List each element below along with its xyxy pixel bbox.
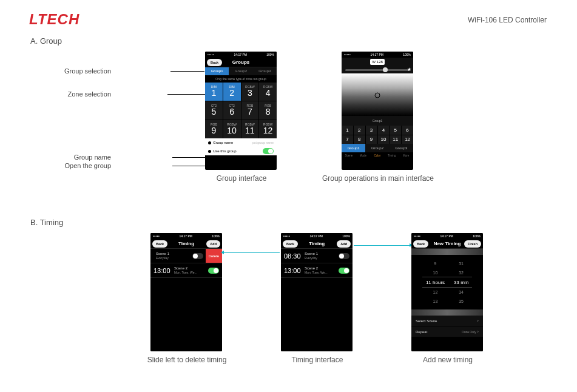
phone-new-timing: •••••14:17 PM100% Back New Timing Finish…	[411, 233, 483, 351]
nav-timing[interactable]: Timing	[385, 152, 399, 160]
star-icon: ★	[407, 67, 411, 72]
zone-cell-9[interactable]: RGB9	[205, 120, 223, 138]
section-a: Group selection Zone selection Group nam…	[29, 52, 548, 209]
zone-cell-4[interactable]: RGBW4	[259, 83, 277, 101]
finish-button[interactable]: Finish	[464, 240, 481, 248]
gt-group3[interactable]: Group3	[390, 144, 413, 152]
delete-button[interactable]: Delete	[206, 249, 222, 263]
mini-cell[interactable]: 8	[354, 135, 365, 144]
group-strip: Group1	[342, 116, 413, 126]
w-value: W128	[370, 59, 385, 65]
signal-icon: •••••	[208, 53, 214, 56]
brightness-slider[interactable]: ★	[342, 66, 413, 73]
gt-group1[interactable]: Group1	[342, 144, 365, 152]
zone-cell-8[interactable]: RGB8	[259, 101, 277, 120]
status-bar: ••••• 14:17 PM 100%	[342, 52, 413, 58]
white-value-bar: W128	[342, 58, 413, 66]
color-picker-ring[interactable]	[375, 93, 380, 98]
add-button[interactable]: Add	[337, 240, 351, 248]
select-scene-row[interactable]: Select Scene›	[411, 316, 483, 326]
zone-grid: DIM1 DIM2 RGBW3 RGBW4 CT25 CT26 RGB7 RGB…	[205, 83, 277, 138]
group-tab-bar: Group1 Group2 Group3	[342, 144, 413, 152]
timing-switch[interactable]	[192, 253, 203, 259]
zone-cell-1[interactable]: DIM1	[205, 83, 223, 101]
chevron-right-icon: ›	[477, 329, 479, 334]
status-time: 14:17 PM	[371, 53, 383, 56]
zone-cell-11[interactable]: RGBW11	[241, 120, 259, 138]
timing-row[interactable]: 08:30 Scene 1Everyday	[281, 249, 353, 263]
back-button[interactable]: Back	[283, 240, 298, 248]
flow-arrow-right	[354, 245, 410, 246]
nav-title: Timing	[178, 241, 194, 246]
back-button[interactable]: Back	[413, 240, 428, 248]
product-name: WiFi-106 LED Controller	[468, 16, 547, 24]
timing-row[interactable]: Scene 1Everyday Delete	[150, 249, 222, 263]
mini-cell[interactable]: 6	[402, 126, 413, 135]
status-battery: 100%	[266, 53, 274, 56]
mini-cell[interactable]: 11	[390, 135, 401, 144]
status-battery: 100%	[403, 53, 411, 56]
zone-cell-5[interactable]: CT25	[205, 101, 223, 120]
time-picker[interactable]: 9 10 11 hours 12 13 31 32 33 min 34 35	[411, 255, 483, 309]
zone-cell-12[interactable]: RGBW12	[259, 120, 277, 138]
section-a-heading: A. Group	[30, 36, 548, 46]
phone-group-interface: ••••• 14:17 PM 100% Back Groups Group1 G…	[205, 52, 277, 170]
nav-color[interactable]: Color	[370, 152, 385, 160]
nav-more[interactable]: More	[399, 152, 413, 160]
mini-cell[interactable]: 3	[366, 126, 377, 135]
tab-group1[interactable]: Group1	[205, 67, 229, 75]
caption-timing: Timing interface	[272, 356, 363, 364]
nav-title: Timing	[309, 241, 325, 246]
back-button[interactable]: Back	[152, 240, 167, 248]
zone-mini-grid: 1 2 3 4 5 6 7 8 9 10 11 12	[342, 126, 413, 144]
use-group-row: Use this group	[205, 147, 277, 155]
nav-scene[interactable]: Scene	[342, 152, 356, 160]
caption-delete: Slide left to delete timing	[138, 356, 235, 364]
chevron-right-icon: ›	[477, 318, 479, 323]
mini-cell[interactable]: 7	[342, 135, 353, 144]
mini-cell[interactable]: 1	[342, 126, 353, 135]
nav-mode[interactable]: Mode	[356, 152, 371, 160]
timing-switch[interactable]	[339, 268, 349, 274]
zone-cell-2[interactable]: DIM2	[223, 83, 241, 101]
ann-group-selection: Group selection	[64, 67, 111, 75]
group-name-row[interactable]: Group name put group name	[205, 138, 277, 147]
tab-group2[interactable]: Group2	[229, 67, 252, 75]
repeat-row[interactable]: Repeat Once Only ›	[411, 326, 483, 337]
timing-switch[interactable]	[339, 253, 349, 259]
tab-group3[interactable]: Group3	[253, 67, 277, 75]
color-gradient[interactable]	[342, 73, 413, 116]
ann-zone-selection: Zone selection	[67, 90, 111, 98]
nav-title: Groups	[232, 59, 249, 65]
ann-open-group: Open the group	[65, 162, 111, 169]
mini-cell[interactable]: 9	[366, 135, 377, 144]
add-button[interactable]: Add	[206, 240, 220, 248]
nav-title: New Timing	[434, 241, 461, 246]
group-tabs: Group1 Group2 Group3	[205, 67, 277, 75]
timing-switch[interactable]	[208, 268, 219, 274]
section-b-heading: B. Timing	[30, 218, 548, 227]
caption-new-timing: Add new timing	[402, 356, 493, 364]
mini-cell[interactable]: 4	[378, 126, 390, 135]
timing-row[interactable]: 13:00 Scene 2Mon. Tues. We...	[281, 263, 353, 278]
phone-main-interface: ••••• 14:17 PM 100% W128 ★ Group1 1 2 3 …	[342, 52, 413, 170]
zone-cell-7[interactable]: RGB7	[241, 101, 259, 120]
caption-main-interface: Group operations in main interface	[314, 174, 442, 183]
zone-cell-10[interactable]: RGBW10	[223, 120, 241, 138]
caption-group-interface: Group interface	[196, 174, 287, 183]
phone-timing-delete: •••••14:17 PM100% Back Timing Add Scene …	[150, 233, 222, 351]
zone-cell-3[interactable]: RGBW3	[241, 83, 259, 101]
phone-timing-interface: •••••14:17 PM100% Back Timing Add 08:30 …	[281, 233, 353, 351]
status-time: 14:17 PM	[234, 53, 247, 56]
zone-cell-6[interactable]: CT26	[223, 101, 241, 120]
use-group-switch[interactable]	[263, 148, 274, 154]
gt-group2[interactable]: Group2	[365, 144, 389, 152]
mini-cell[interactable]: 12	[402, 135, 413, 144]
mini-cell[interactable]: 2	[354, 126, 365, 135]
timing-row[interactable]: 13:00 Scene 2Mon. Tues. We...	[150, 263, 222, 278]
section-b: •••••14:17 PM100% Back Timing Add Scene …	[29, 233, 548, 391]
mini-cell[interactable]: 10	[378, 135, 390, 144]
bottom-nav: Scene Mode Color Timing More	[342, 152, 413, 160]
mini-cell[interactable]: 5	[390, 126, 401, 135]
back-button[interactable]: Back	[207, 59, 222, 66]
